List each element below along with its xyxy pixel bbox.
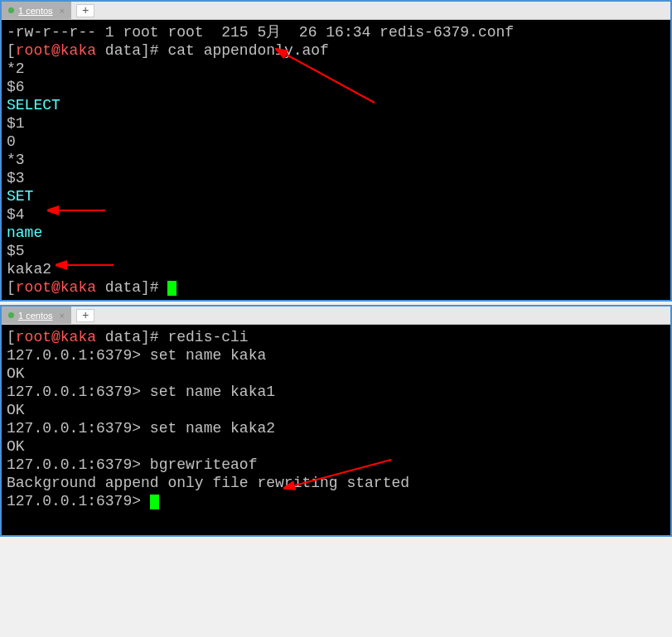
output-line: 127.0.0.1:6379> set name kaka1 <box>7 383 665 401</box>
output-line: OK <box>7 437 665 456</box>
tab-centos-1[interactable]: 1 centos × <box>2 2 71 19</box>
tab-label: 1 centos <box>18 6 53 16</box>
output-line: SET <box>7 187 665 205</box>
command-text: redis-cli <box>167 329 248 345</box>
terminal-body-2[interactable]: [root@kaka data]# redis-cli 127.0.0.1:63… <box>2 325 670 535</box>
close-icon[interactable]: × <box>60 311 65 321</box>
output-line: $5 <box>7 242 665 260</box>
prompt-bracket: ]# <box>141 42 167 59</box>
prompt-path: data <box>96 329 141 345</box>
output-line: 127.0.0.1:6379> bgrewriteaof <box>7 456 665 474</box>
output-line: 127.0.0.1:6379> <box>7 493 150 509</box>
output-line: $3 <box>7 169 665 187</box>
output-line: Background append only file rewriting st… <box>7 474 665 492</box>
prompt-path: data <box>96 42 141 59</box>
output-line: OK <box>7 364 665 383</box>
close-icon[interactable]: × <box>60 6 65 16</box>
output-line: *3 <box>7 151 665 169</box>
output-line: $6 <box>7 78 665 96</box>
prompt-bracket: [ <box>7 279 16 296</box>
file-perms: -rw-r--r-- <box>7 24 96 41</box>
prompt-user: root@kaka <box>16 279 96 296</box>
tab-bar-2: 1 centos × + <box>2 306 670 325</box>
output-line: SELECT <box>7 96 665 114</box>
command-text: cat appendonly.aof <box>167 42 328 59</box>
output-line: kaka2 <box>7 260 665 278</box>
file-info: 1 root root 215 5月 26 16:34 redis-6379.c… <box>96 24 514 41</box>
output-line: $4 <box>7 205 665 224</box>
output-line: 127.0.0.1:6379> set name kaka <box>7 346 665 364</box>
cursor-icon <box>150 495 159 509</box>
cursor-icon <box>167 281 176 296</box>
tab-bar-1: 1 centos × + <box>2 2 670 20</box>
tab-centos-2[interactable]: 1 centos × <box>2 306 71 324</box>
output-line: 127.0.0.1:6379> set name kaka2 <box>7 419 665 437</box>
add-tab-button[interactable]: + <box>76 4 94 17</box>
output-line: *2 <box>7 60 665 78</box>
prompt-user: root@kaka <box>16 42 96 59</box>
terminal-window-2: 1 centos × + [root@kaka data]# redis-cli… <box>0 305 672 537</box>
status-dot-icon <box>8 312 14 318</box>
status-dot-icon <box>8 7 14 13</box>
add-tab-button[interactable]: + <box>76 309 94 322</box>
terminal-body-1[interactable]: -rw-r--r-- 1 root root 215 5月 26 16:34 r… <box>2 20 670 300</box>
prompt-bracket: [ <box>7 329 16 345</box>
prompt-user: root@kaka <box>16 329 96 345</box>
output-line: OK <box>7 401 665 419</box>
output-line: $1 <box>7 114 665 133</box>
prompt-bracket: ]# <box>141 279 167 296</box>
prompt-bracket: [ <box>7 42 16 59</box>
prompt-path: data <box>96 279 141 296</box>
output-line: name <box>7 224 665 242</box>
output-line: 0 <box>7 133 665 151</box>
prompt-bracket: ]# <box>141 329 167 345</box>
tab-label: 1 centos <box>18 311 53 321</box>
terminal-window-1: 1 centos × + -rw-r--r-- 1 root root 215 … <box>0 0 672 302</box>
